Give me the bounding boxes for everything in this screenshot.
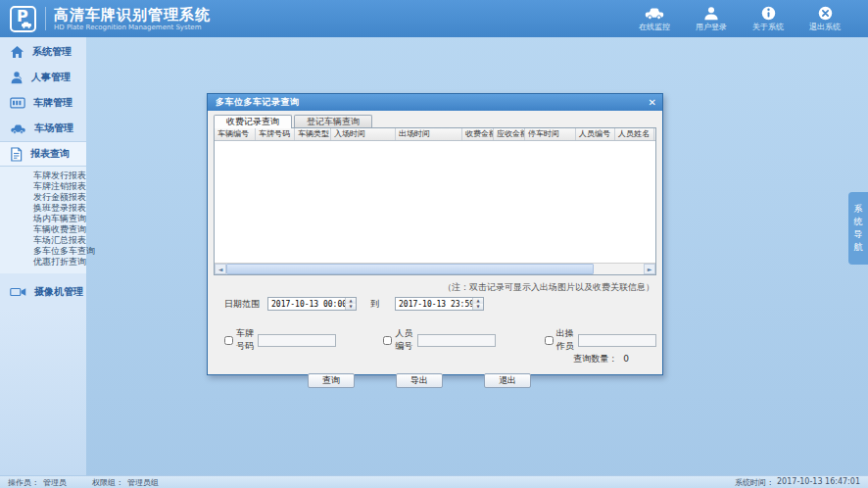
online-monitor-button[interactable]: 在线监控 <box>639 6 670 32</box>
operator-label: 操作员： <box>8 477 39 488</box>
person-id-checkbox[interactable] <box>383 336 392 345</box>
user-icon <box>703 6 719 21</box>
col-park-duration[interactable]: 停车时间 <box>525 128 576 140</box>
logo-car-icon <box>21 22 32 28</box>
dialog-title: 多车位多车记录查询 <box>216 96 300 109</box>
submenu-item-plate-cancel-report[interactable]: 车牌注销报表 <box>0 181 86 192</box>
query-count-value: 0 <box>623 354 629 364</box>
sidebar: 系统管理 人事管理 车牌管理 车场管理 报表 <box>0 37 86 475</box>
sidebar-item-label: 报表查询 <box>30 147 70 161</box>
dialog-close-icon[interactable]: ✕ <box>649 98 656 108</box>
sidebar-item-label: 车场管理 <box>34 122 73 135</box>
date-range-row: 日期范围 ▲▼ 到 ▲▼ <box>214 297 656 311</box>
spinner-down-icon[interactable]: ▼ <box>346 304 356 310</box>
close-icon <box>818 6 833 21</box>
logo-divider <box>45 7 46 30</box>
group-value: 管理员组 <box>127 477 159 488</box>
col-exit-operator[interactable]: 出场操作员 <box>654 128 655 140</box>
exit-operator-filter-input[interactable] <box>578 334 656 347</box>
sidebar-item-reports[interactable]: 报表查询 <box>0 141 86 167</box>
date-from-spinner[interactable]: ▲▼ <box>345 298 356 310</box>
dialog-body: 收费记录查询 登记车辆查询 车辆编号 车牌号码 车辆类型 入场时间 出场时间 收… <box>208 111 662 374</box>
header-actions: 在线监控 用户登录 关于系统 退出系统 <box>639 6 841 32</box>
date-to-field[interactable]: ▲▼ <box>395 297 484 311</box>
submenu-item-shift-login-report[interactable]: 换班登录报表 <box>0 203 86 214</box>
person-id-filter-input[interactable] <box>417 334 496 347</box>
sidebar-item-parking[interactable]: 车场管理 <box>0 116 86 141</box>
user-login-label: 用户登录 <box>696 22 727 32</box>
table-body-empty[interactable] <box>215 141 655 263</box>
sidebar-item-label: 人事管理 <box>31 71 71 84</box>
about-system-button[interactable]: 关于系统 <box>752 6 784 32</box>
exit-system-button[interactable]: 退出系统 <box>809 6 841 32</box>
about-system-label: 关于系统 <box>752 22 784 32</box>
col-entry-time[interactable]: 入场时间 <box>331 128 396 140</box>
col-receivable[interactable]: 应收金额 <box>494 128 525 140</box>
main-area: 系统导航 多车位多车记录查询 ✕ 收费记录查询 登记车辆查询 车辆编号 车牌号码… <box>86 37 868 475</box>
submenu-item-discount-query[interactable]: 优惠打折查询 <box>0 257 86 268</box>
online-monitor-label: 在线监控 <box>639 22 670 32</box>
plate-icon <box>10 97 25 109</box>
horizontal-scrollbar[interactable]: ◄ ► <box>215 263 655 274</box>
car-icon <box>644 6 665 21</box>
tab-charge-records[interactable]: 收费记录查询 <box>214 115 292 128</box>
system-nav-tab[interactable]: 系统导航 <box>848 192 868 265</box>
scrollbar-thumb[interactable] <box>226 264 594 274</box>
submenu-item-lot-summary-report[interactable]: 车场汇总报表 <box>0 235 86 246</box>
submenu-item-vehicle-charge-query[interactable]: 车辆收费查询 <box>0 224 86 235</box>
submenu-item-inlot-vehicle-query[interactable]: 场内车辆查询 <box>0 214 86 224</box>
scroll-left-arrow-icon[interactable]: ◄ <box>215 264 226 274</box>
group-label: 权限组： <box>92 477 123 488</box>
scrollbar-track[interactable] <box>226 264 644 274</box>
reports-submenu: 车牌发行报表 车牌注销报表 发行金额报表 换班登录报表 场内车辆查询 车辆收费查… <box>0 167 86 273</box>
filter-plate-number: 车牌号码 <box>224 327 336 353</box>
report-icon <box>10 147 23 162</box>
table-header-row: 车辆编号 车牌号码 车辆类型 入场时间 出场时间 收费金额 应收金额 停车时间 … <box>215 128 655 141</box>
app-logo: P <box>10 6 36 32</box>
system-time-label: 系统时间： <box>735 477 774 488</box>
sidebar-item-personnel[interactable]: 人事管理 <box>0 65 86 90</box>
export-button[interactable]: 导出 <box>396 373 443 388</box>
sidebar-item-system[interactable]: 系统管理 <box>0 39 86 65</box>
col-exit-time[interactable]: 出场时间 <box>396 128 462 140</box>
system-time-value: 2017-10-13 16:47:01 <box>777 477 860 488</box>
query-dialog: 多车位多车记录查询 ✕ 收费记录查询 登记车辆查询 车辆编号 车牌号码 车辆类型… <box>207 93 663 375</box>
col-charged[interactable]: 收费金额 <box>462 128 494 140</box>
submenu-item-multispace-query[interactable]: 多车位多车查询 <box>0 246 86 257</box>
col-plate-number[interactable]: 车牌号码 <box>256 128 295 140</box>
exit-operator-filter-label: 出操作员 <box>556 327 574 353</box>
app-subtitle: HD Plate Recognition Management System <box>54 24 211 31</box>
query-count-label: 查询数量： <box>573 354 617 364</box>
sidebar-item-label: 系统管理 <box>32 45 72 59</box>
tab-registered-vehicles[interactable]: 登记车辆查询 <box>294 115 372 128</box>
col-vehicle-type[interactable]: 车辆类型 <box>295 128 331 140</box>
status-bar: 操作员： 管理员 权限组： 管理员组 系统时间： 2017-10-13 16:4… <box>0 475 868 488</box>
query-button[interactable]: 查询 <box>308 373 355 388</box>
operator-value: 管理员 <box>43 477 67 488</box>
info-icon <box>761 6 776 21</box>
exit-operator-checkbox[interactable] <box>545 336 554 345</box>
filter-row: 车牌号码 人员编号 出操作员 <box>214 327 656 353</box>
col-person-name[interactable]: 人员姓名 <box>615 128 654 140</box>
exit-button[interactable]: 退出 <box>484 373 531 388</box>
sidebar-item-label: 车牌管理 <box>33 96 72 110</box>
date-to-spinner[interactable]: ▲▼ <box>472 298 483 310</box>
date-from-field[interactable]: ▲▼ <box>267 297 357 311</box>
submenu-item-plate-issue-report[interactable]: 车牌发行报表 <box>0 171 86 181</box>
sidebar-item-camera[interactable]: 摄像机管理 <box>0 279 86 305</box>
exit-system-label: 退出系统 <box>809 22 841 32</box>
filter-exit-operator: 出操作员 <box>545 327 656 353</box>
col-person-id[interactable]: 人员编号 <box>576 128 615 140</box>
submenu-item-issue-amount-report[interactable]: 发行金额报表 <box>0 192 86 203</box>
spinner-down-icon[interactable]: ▼ <box>473 304 483 310</box>
car-icon <box>10 122 26 135</box>
dialog-titlebar[interactable]: 多车位多车记录查询 ✕ <box>208 94 662 111</box>
col-vehicle-id[interactable]: 车辆编号 <box>215 128 256 140</box>
date-to-input[interactable] <box>396 298 472 310</box>
sidebar-item-plate[interactable]: 车牌管理 <box>0 90 86 116</box>
plate-number-checkbox[interactable] <box>224 336 233 345</box>
user-login-button[interactable]: 用户登录 <box>696 6 727 32</box>
plate-number-filter-input[interactable] <box>258 334 336 347</box>
scroll-right-arrow-icon[interactable]: ► <box>644 264 655 274</box>
date-from-input[interactable] <box>268 298 345 310</box>
